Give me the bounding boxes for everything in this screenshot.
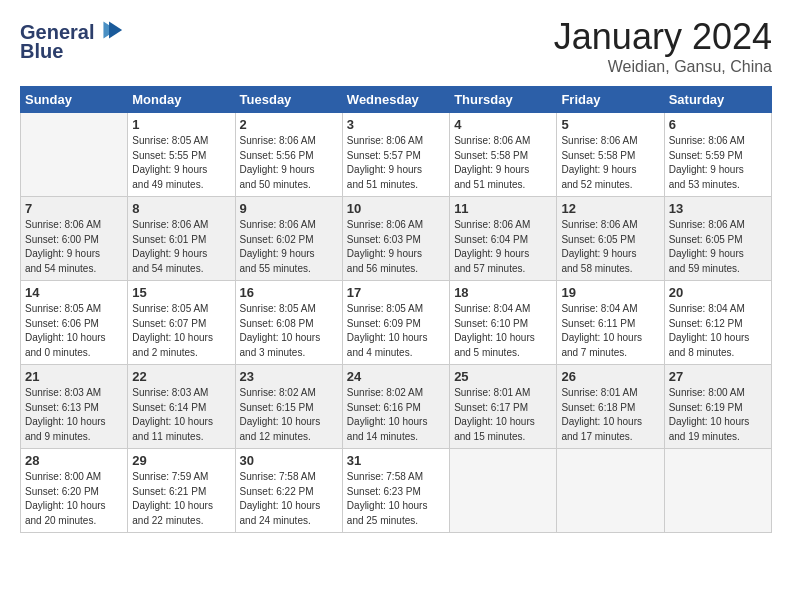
day-number: 18 (454, 285, 552, 300)
page-title: January 2024 (554, 16, 772, 58)
calendar-header-wednesday: Wednesday (342, 87, 449, 113)
day-info: Sunrise: 8:06 AM Sunset: 6:00 PM Dayligh… (25, 218, 123, 276)
day-number: 1 (132, 117, 230, 132)
calendar-cell: 15Sunrise: 8:05 AM Sunset: 6:07 PM Dayli… (128, 281, 235, 365)
day-number: 24 (347, 369, 445, 384)
day-info: Sunrise: 8:06 AM Sunset: 6:02 PM Dayligh… (240, 218, 338, 276)
day-info: Sunrise: 8:04 AM Sunset: 6:11 PM Dayligh… (561, 302, 659, 360)
day-info: Sunrise: 8:04 AM Sunset: 6:10 PM Dayligh… (454, 302, 552, 360)
day-info: Sunrise: 8:05 AM Sunset: 6:07 PM Dayligh… (132, 302, 230, 360)
day-number: 8 (132, 201, 230, 216)
calendar-cell (21, 113, 128, 197)
day-info: Sunrise: 7:58 AM Sunset: 6:22 PM Dayligh… (240, 470, 338, 528)
calendar-cell: 22Sunrise: 8:03 AM Sunset: 6:14 PM Dayli… (128, 365, 235, 449)
header: General Blue January 2024 Weidian, Gansu… (20, 16, 772, 76)
calendar-header-saturday: Saturday (664, 87, 771, 113)
page-subtitle: Weidian, Gansu, China (554, 58, 772, 76)
day-number: 30 (240, 453, 338, 468)
day-number: 4 (454, 117, 552, 132)
calendar-cell (664, 449, 771, 533)
calendar-header-sunday: Sunday (21, 87, 128, 113)
day-info: Sunrise: 8:02 AM Sunset: 6:16 PM Dayligh… (347, 386, 445, 444)
calendar-cell: 12Sunrise: 8:06 AM Sunset: 6:05 PM Dayli… (557, 197, 664, 281)
day-info: Sunrise: 8:06 AM Sunset: 6:03 PM Dayligh… (347, 218, 445, 276)
calendar-cell: 3Sunrise: 8:06 AM Sunset: 5:57 PM Daylig… (342, 113, 449, 197)
day-number: 28 (25, 453, 123, 468)
calendar: SundayMondayTuesdayWednesdayThursdayFrid… (20, 86, 772, 533)
day-info: Sunrise: 7:59 AM Sunset: 6:21 PM Dayligh… (132, 470, 230, 528)
day-number: 6 (669, 117, 767, 132)
calendar-header-friday: Friday (557, 87, 664, 113)
day-number: 25 (454, 369, 552, 384)
day-number: 31 (347, 453, 445, 468)
day-number: 7 (25, 201, 123, 216)
calendar-cell: 14Sunrise: 8:05 AM Sunset: 6:06 PM Dayli… (21, 281, 128, 365)
logo-icon (96, 16, 124, 44)
calendar-cell: 25Sunrise: 8:01 AM Sunset: 6:17 PM Dayli… (450, 365, 557, 449)
calendar-week-row: 7Sunrise: 8:06 AM Sunset: 6:00 PM Daylig… (21, 197, 772, 281)
day-info: Sunrise: 8:04 AM Sunset: 6:12 PM Dayligh… (669, 302, 767, 360)
calendar-cell: 5Sunrise: 8:06 AM Sunset: 5:58 PM Daylig… (557, 113, 664, 197)
calendar-week-row: 1Sunrise: 8:05 AM Sunset: 5:55 PM Daylig… (21, 113, 772, 197)
day-info: Sunrise: 7:58 AM Sunset: 6:23 PM Dayligh… (347, 470, 445, 528)
day-number: 19 (561, 285, 659, 300)
calendar-cell: 23Sunrise: 8:02 AM Sunset: 6:15 PM Dayli… (235, 365, 342, 449)
day-number: 22 (132, 369, 230, 384)
day-number: 10 (347, 201, 445, 216)
calendar-header-thursday: Thursday (450, 87, 557, 113)
logo: General Blue (20, 20, 124, 63)
calendar-week-row: 14Sunrise: 8:05 AM Sunset: 6:06 PM Dayli… (21, 281, 772, 365)
calendar-header-monday: Monday (128, 87, 235, 113)
day-number: 20 (669, 285, 767, 300)
day-number: 13 (669, 201, 767, 216)
svg-marker-1 (110, 22, 123, 39)
calendar-cell: 8Sunrise: 8:06 AM Sunset: 6:01 PM Daylig… (128, 197, 235, 281)
day-number: 16 (240, 285, 338, 300)
calendar-cell: 29Sunrise: 7:59 AM Sunset: 6:21 PM Dayli… (128, 449, 235, 533)
calendar-cell: 16Sunrise: 8:05 AM Sunset: 6:08 PM Dayli… (235, 281, 342, 365)
calendar-cell: 13Sunrise: 8:06 AM Sunset: 6:05 PM Dayli… (664, 197, 771, 281)
calendar-week-row: 28Sunrise: 8:00 AM Sunset: 6:20 PM Dayli… (21, 449, 772, 533)
calendar-cell: 1Sunrise: 8:05 AM Sunset: 5:55 PM Daylig… (128, 113, 235, 197)
day-info: Sunrise: 8:00 AM Sunset: 6:20 PM Dayligh… (25, 470, 123, 528)
day-number: 23 (240, 369, 338, 384)
day-number: 29 (132, 453, 230, 468)
calendar-cell: 24Sunrise: 8:02 AM Sunset: 6:16 PM Dayli… (342, 365, 449, 449)
calendar-cell: 20Sunrise: 8:04 AM Sunset: 6:12 PM Dayli… (664, 281, 771, 365)
calendar-cell: 31Sunrise: 7:58 AM Sunset: 6:23 PM Dayli… (342, 449, 449, 533)
day-number: 9 (240, 201, 338, 216)
day-info: Sunrise: 8:00 AM Sunset: 6:19 PM Dayligh… (669, 386, 767, 444)
day-info: Sunrise: 8:05 AM Sunset: 5:55 PM Dayligh… (132, 134, 230, 192)
day-info: Sunrise: 8:05 AM Sunset: 6:06 PM Dayligh… (25, 302, 123, 360)
day-number: 15 (132, 285, 230, 300)
calendar-cell: 7Sunrise: 8:06 AM Sunset: 6:00 PM Daylig… (21, 197, 128, 281)
day-info: Sunrise: 8:06 AM Sunset: 6:05 PM Dayligh… (561, 218, 659, 276)
calendar-cell (450, 449, 557, 533)
day-number: 2 (240, 117, 338, 132)
day-info: Sunrise: 8:06 AM Sunset: 5:57 PM Dayligh… (347, 134, 445, 192)
day-number: 26 (561, 369, 659, 384)
day-number: 14 (25, 285, 123, 300)
calendar-cell: 28Sunrise: 8:00 AM Sunset: 6:20 PM Dayli… (21, 449, 128, 533)
calendar-cell: 26Sunrise: 8:01 AM Sunset: 6:18 PM Dayli… (557, 365, 664, 449)
calendar-cell: 30Sunrise: 7:58 AM Sunset: 6:22 PM Dayli… (235, 449, 342, 533)
calendar-cell: 27Sunrise: 8:00 AM Sunset: 6:19 PM Dayli… (664, 365, 771, 449)
day-number: 3 (347, 117, 445, 132)
title-block: January 2024 Weidian, Gansu, China (554, 16, 772, 76)
calendar-cell: 10Sunrise: 8:06 AM Sunset: 6:03 PM Dayli… (342, 197, 449, 281)
day-info: Sunrise: 8:06 AM Sunset: 5:59 PM Dayligh… (669, 134, 767, 192)
day-info: Sunrise: 8:06 AM Sunset: 5:58 PM Dayligh… (454, 134, 552, 192)
calendar-cell: 9Sunrise: 8:06 AM Sunset: 6:02 PM Daylig… (235, 197, 342, 281)
day-info: Sunrise: 8:06 AM Sunset: 5:56 PM Dayligh… (240, 134, 338, 192)
day-info: Sunrise: 8:06 AM Sunset: 5:58 PM Dayligh… (561, 134, 659, 192)
calendar-header-tuesday: Tuesday (235, 87, 342, 113)
calendar-cell: 6Sunrise: 8:06 AM Sunset: 5:59 PM Daylig… (664, 113, 771, 197)
calendar-cell (557, 449, 664, 533)
day-info: Sunrise: 8:01 AM Sunset: 6:18 PM Dayligh… (561, 386, 659, 444)
day-number: 27 (669, 369, 767, 384)
calendar-cell: 17Sunrise: 8:05 AM Sunset: 6:09 PM Dayli… (342, 281, 449, 365)
calendar-cell: 18Sunrise: 8:04 AM Sunset: 6:10 PM Dayli… (450, 281, 557, 365)
day-info: Sunrise: 8:06 AM Sunset: 6:01 PM Dayligh… (132, 218, 230, 276)
day-info: Sunrise: 8:06 AM Sunset: 6:04 PM Dayligh… (454, 218, 552, 276)
day-info: Sunrise: 8:05 AM Sunset: 6:09 PM Dayligh… (347, 302, 445, 360)
